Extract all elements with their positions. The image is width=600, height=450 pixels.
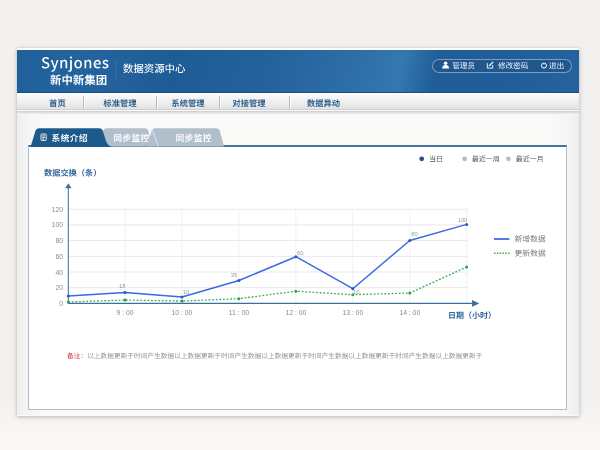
svg-text:18: 18: [119, 283, 125, 289]
svg-text:120: 120: [52, 206, 64, 213]
svg-text:80: 80: [411, 231, 417, 237]
svg-text:10 : 00: 10 : 00: [172, 309, 193, 316]
svg-text:80: 80: [55, 237, 63, 244]
svg-text:10: 10: [353, 289, 359, 295]
svg-text:60: 60: [297, 250, 303, 256]
svg-text:12 : 00: 12 : 00: [286, 309, 307, 316]
svg-text:100: 100: [52, 221, 64, 228]
svg-text:100: 100: [458, 217, 468, 223]
svg-text:20: 20: [55, 284, 63, 291]
svg-text:60: 60: [55, 253, 63, 260]
svg-text:10: 10: [183, 289, 189, 295]
svg-text:13 : 00: 13 : 00: [342, 309, 363, 316]
svg-text:0: 0: [59, 300, 63, 307]
svg-text:14 : 00: 14 : 00: [399, 309, 420, 316]
svg-text:11 : 00: 11 : 00: [229, 309, 250, 316]
svg-text:40: 40: [55, 269, 63, 276]
svg-text:9 : 00: 9 : 00: [116, 309, 133, 316]
svg-text:35: 35: [231, 272, 237, 278]
